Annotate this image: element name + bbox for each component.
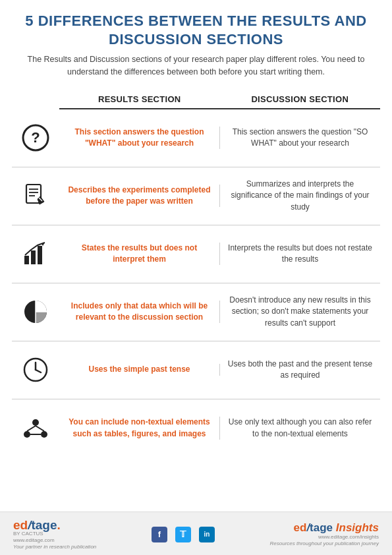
svg-point-18 xyxy=(32,419,39,426)
linkedin-icon[interactable]: in xyxy=(199,527,215,542)
row-1-left: This section answers the question "WHAT"… xyxy=(59,127,220,150)
row-3-left: States the results but does not interpre… xyxy=(59,243,220,266)
table-row: You can include non-textual elements suc… xyxy=(12,399,380,457)
footer-tagline-right: Resources throughout your publication jo… xyxy=(270,540,379,546)
discussion-column-header: DISCUSSION SECTION xyxy=(220,90,381,109)
footer-tagline-left: Your partner in research publication xyxy=(13,544,96,550)
column-headers: RESULTS SECTION DISCUSSION SECTION xyxy=(59,90,380,109)
row-2-right: Summarizes and interprets the significan… xyxy=(220,179,380,213)
question-icon: ? xyxy=(12,124,59,152)
page: 5 DIFFERENCES BETWEEN THE RESULTS AND DI… xyxy=(0,0,392,555)
svg-line-17 xyxy=(36,370,41,372)
svg-rect-8 xyxy=(31,250,36,264)
row-2-left: Describes the experiments completed befo… xyxy=(59,185,220,208)
table-row: States the results but does not interpre… xyxy=(12,225,380,283)
results-column-header: RESULTS SECTION xyxy=(59,90,220,109)
row-5-left: Uses the simple past tense xyxy=(59,364,220,375)
table-row: ? This section answers the question "WHA… xyxy=(12,109,380,167)
table-row: Describes the experiments completed befo… xyxy=(12,167,380,225)
footer-right: ed/tage Insights www.editage.com/insight… xyxy=(270,522,379,546)
chart-icon xyxy=(12,240,59,268)
page-title: 5 DIFFERENCES BETWEEN THE RESULTS AND DI… xyxy=(20,12,372,48)
document-icon xyxy=(12,182,59,210)
svg-text:?: ? xyxy=(31,129,40,146)
page-subtitle: The Results and Discussion sections of y… xyxy=(20,53,372,78)
svg-rect-9 xyxy=(38,246,42,264)
footer-social: f 𝕋 in xyxy=(152,527,215,542)
row-5-right: Uses both the past and the present tense… xyxy=(220,359,380,382)
footer-logo-right: ed/tage Insights xyxy=(294,522,379,533)
network-icon xyxy=(12,415,59,442)
svg-rect-7 xyxy=(24,256,29,264)
footer-url-left: www.editage.com xyxy=(13,537,55,543)
row-6-left: You can include non-textual elements suc… xyxy=(59,417,220,440)
row-1-right: This section answers the question "SO WH… xyxy=(220,127,380,150)
table-area: RESULTS SECTION DISCUSSION SECTION ? Thi… xyxy=(0,84,392,512)
svg-point-20 xyxy=(41,431,47,438)
footer-left: ed/tage. BY CACTUS www.editage.com Your … xyxy=(13,519,96,550)
svg-line-21 xyxy=(27,426,36,431)
pie-icon xyxy=(12,298,59,326)
twitter-icon[interactable]: 𝕋 xyxy=(175,527,191,542)
svg-point-19 xyxy=(24,431,30,438)
svg-line-22 xyxy=(36,426,44,431)
table-row: Uses the simple past tense Uses both the… xyxy=(12,341,380,399)
row-6-right: Use only text although you can also refe… xyxy=(220,417,380,440)
footer-logo-left: ed/tage. BY CACTUS xyxy=(13,519,61,537)
by-cactus-label: BY CACTUS xyxy=(13,531,61,537)
row-4-right: Doesn't introduce any new results in thi… xyxy=(220,295,380,329)
header: 5 DIFFERENCES BETWEEN THE RESULTS AND DI… xyxy=(0,0,392,84)
footer: ed/tage. BY CACTUS www.editage.com Your … xyxy=(0,511,392,555)
row-3-right: Interprets the results but does not rest… xyxy=(220,243,380,266)
row-4-left: Includes only that data which will be re… xyxy=(59,301,220,324)
clock-icon xyxy=(12,356,59,384)
facebook-icon[interactable]: f xyxy=(152,527,167,542)
footer-url-right: www.editage.com/insights xyxy=(318,534,379,540)
table-row: Includes only that data which will be re… xyxy=(12,283,380,341)
